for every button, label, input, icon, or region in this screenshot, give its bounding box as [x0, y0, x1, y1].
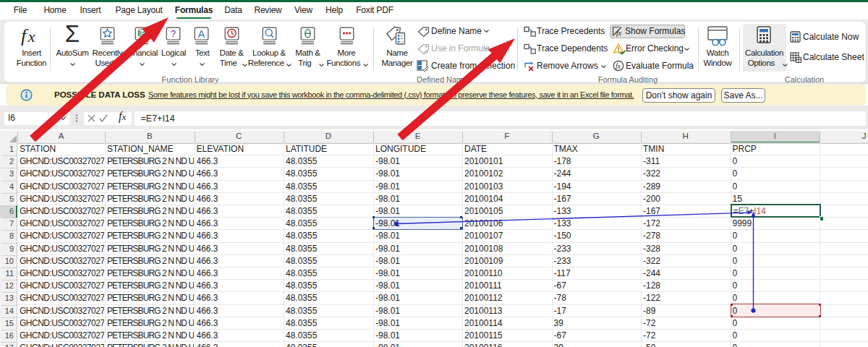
svg-text:A: A: [198, 28, 205, 40]
svg-text:?: ?: [171, 28, 176, 39]
svg-text:fx: fx: [616, 63, 621, 70]
svg-text:fx: fx: [616, 29, 622, 37]
svg-text:fx: fx: [425, 49, 429, 55]
